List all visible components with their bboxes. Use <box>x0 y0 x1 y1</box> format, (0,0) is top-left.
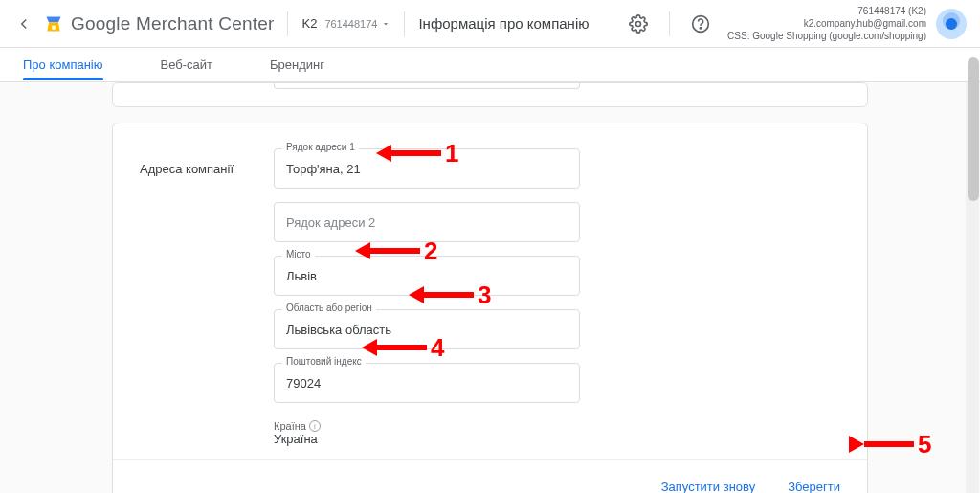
postal-label: Поштовий індекс <box>282 356 366 367</box>
address-line1-label: Рядок адреси 1 <box>282 142 359 152</box>
address-line1-input[interactable] <box>274 148 580 189</box>
account-id-line: 761448174 (K2) <box>727 5 926 17</box>
svg-point-1 <box>636 21 641 26</box>
scrollbar-thumb[interactable] <box>968 57 979 201</box>
divider <box>669 11 670 36</box>
top-bar: Google Merchant Center K2 761448174 Інфо… <box>0 0 980 48</box>
tab-bar: Про компанію Веб-сайт Брендинг <box>0 48 980 82</box>
back-arrow-icon[interactable] <box>13 15 34 33</box>
card-actions: Запустити знову Зберегти <box>113 459 867 493</box>
product-name-bold: Merchant Center <box>136 13 275 34</box>
city-label: Місто <box>282 249 315 259</box>
tab-website[interactable]: Веб-сайт <box>161 50 212 79</box>
info-icon[interactable]: i <box>309 420 321 432</box>
avatar[interactable] <box>936 9 967 39</box>
divider <box>287 11 288 36</box>
region-input[interactable] <box>274 309 580 349</box>
account-css-line: CSS: Google Shopping (google.com/shoppin… <box>727 30 926 42</box>
product-name-light: Google <box>71 13 130 34</box>
divider <box>404 11 405 36</box>
city-field: Місто <box>274 256 840 296</box>
address-section-title: Адреса компанії <box>140 148 274 446</box>
account-email-line: k2.company.hub@gmail.com <box>727 17 926 30</box>
tab-about[interactable]: Про компанію <box>23 50 103 79</box>
main-content: Адреса компанії Рядок адреси 1 Місто Обл… <box>0 82 980 493</box>
product-name: Google Merchant Center <box>71 13 274 34</box>
address-card: Адреса компанії Рядок адреси 1 Місто Обл… <box>112 123 868 493</box>
country-value: Україна <box>274 432 840 446</box>
chevron-down-icon <box>381 19 390 29</box>
region-field: Область або регіон <box>274 309 840 349</box>
region-label: Область або регіон <box>282 303 376 313</box>
account-switcher-label: K2 <box>301 16 317 31</box>
account-info-block: 761448174 (K2) k2.company.hub@gmail.com … <box>727 5 926 42</box>
account-switcher-id: 761448174 <box>324 18 377 30</box>
help-icon[interactable] <box>683 7 718 41</box>
svg-rect-0 <box>52 25 55 29</box>
address-line2-input[interactable] <box>274 202 580 242</box>
tab-branding[interactable]: Брендинг <box>270 50 324 79</box>
postal-input[interactable] <box>274 363 580 403</box>
page-title: Інформація про компанію <box>418 15 589 32</box>
address-line2-field <box>274 202 840 242</box>
address-line1-field: Рядок адреси 1 <box>274 148 840 189</box>
country-block: Країна i Україна <box>274 420 840 446</box>
settings-gear-icon[interactable] <box>621 7 656 41</box>
svg-point-3 <box>700 27 701 28</box>
prev-card-tail <box>112 82 868 107</box>
account-switcher[interactable]: K2 761448174 <box>301 16 390 31</box>
reset-button[interactable]: Запустити знову <box>657 474 760 493</box>
merchant-center-logo-icon <box>44 14 63 34</box>
save-button[interactable]: Зберегти <box>784 474 844 493</box>
postal-field: Поштовий індекс <box>274 363 840 403</box>
city-input[interactable] <box>274 256 580 296</box>
country-label: Країна <box>274 420 306 432</box>
